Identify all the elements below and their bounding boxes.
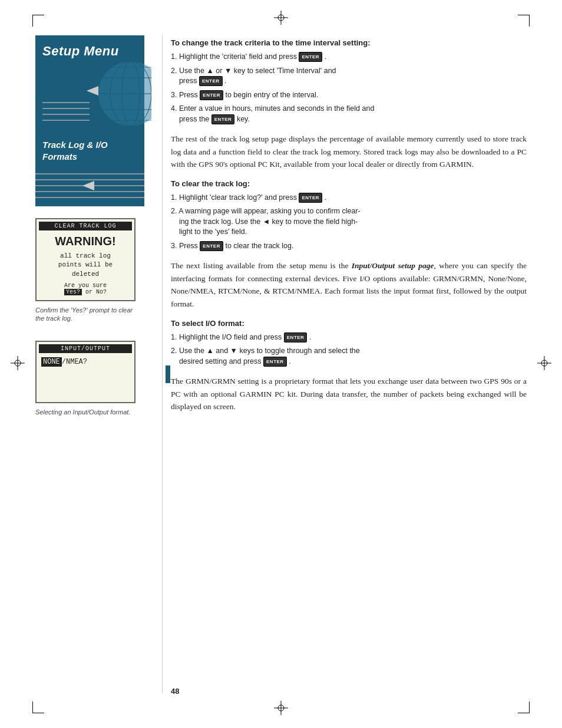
section3-steps: 1. Highlight the I/O field and press ENT… <box>171 332 527 367</box>
setup-menu-header: Setup Menu <box>35 35 144 134</box>
step1-1-suffix: . <box>325 52 326 61</box>
step1-3-suffix: to begin entry of the interval. <box>225 91 318 99</box>
step3-2: 2. Use the ▲ and ▼ keys to toggle throug… <box>171 346 527 367</box>
svg-marker-20 <box>87 86 98 95</box>
corner-mark-br <box>529 701 530 713</box>
body-text-3: The GRMN/GRMN setting is a proprietary f… <box>171 375 527 413</box>
track-log-header: Track Log & I/O Formats <box>35 134 144 167</box>
body-text-1: The rest of the track log setup page dis… <box>171 133 527 171</box>
io-caption: Selecting an Input/Output format. <box>35 408 135 416</box>
warning-screen: CLEAR TRACK LOG WARNING! all track logpo… <box>35 218 135 301</box>
step1-2-suffix: . <box>224 77 226 85</box>
section2-steps: 1. Highlight 'clear track log?' and pres… <box>171 193 527 252</box>
globe-lines-extra <box>35 167 144 206</box>
corner-mark-tl2 <box>32 15 44 15</box>
page-number: 48 <box>171 687 179 696</box>
warning-caption: Confirm the 'Yes?' prompt to clear the t… <box>35 306 135 323</box>
corner-mark-br2 <box>518 713 530 713</box>
io-setup-bold: Input/Output setup page <box>352 261 434 270</box>
crosshair-top <box>274 11 288 27</box>
step1-4-suffix: key. <box>237 115 250 123</box>
section1-steps: 1. Highlight the 'criteria' field and pr… <box>171 52 527 124</box>
crosshair-right <box>537 356 551 373</box>
no-option: No? <box>96 289 107 295</box>
enter-btn-3: ENTER <box>200 90 223 100</box>
section3-heading: To select I/O format: <box>171 319 527 328</box>
step2-2-text: 2. A warning page will appear, asking yo… <box>171 207 361 236</box>
io-screen: INPUT/OUTPUT NONE/NMEA? <box>35 341 135 403</box>
step1-2-text: 2. Use the ▲ or ▼ key to select 'Time In… <box>171 67 336 85</box>
step3-1-suffix: . <box>309 333 311 341</box>
step3-2-suffix: . <box>289 357 290 365</box>
corner-mark-bl <box>32 701 33 713</box>
io-screen-title: INPUT/OUTPUT <box>39 344 132 353</box>
sidebar-divider <box>162 35 163 693</box>
step3-1: 1. Highlight the I/O field and press ENT… <box>171 332 527 343</box>
enter-btn-8: ENTER <box>263 357 287 367</box>
corner-mark-tl <box>32 15 33 27</box>
svg-marker-30 <box>82 181 94 190</box>
screens-area: CLEAR TRACK LOG WARNING! all track logpo… <box>35 218 153 416</box>
setup-menu-title: Setup Menu <box>42 44 137 59</box>
enter-btn-6: ENTER <box>200 241 223 251</box>
io-other-option: /NMEA? <box>62 358 87 366</box>
step2-3: 3. Press ENTER to clear the track log. <box>171 241 527 252</box>
step2-2: 2. A warning page will appear, asking yo… <box>171 206 527 238</box>
step2-1: 1. Highlight 'clear track log?' and pres… <box>171 193 527 203</box>
corner-mark-tr2 <box>518 15 530 15</box>
io-selected-option: NONE <box>41 357 62 367</box>
step2-3-text: 3. Press <box>171 242 200 250</box>
enter-btn-5: ENTER <box>299 193 322 203</box>
or-text: or <box>85 289 96 295</box>
enter-btn-7: ENTER <box>284 332 308 342</box>
page: Setup Menu <box>0 0 562 728</box>
enter-btn-1: ENTER <box>299 52 322 62</box>
step1-2: 2. Use the ▲ or ▼ key to select 'Time In… <box>171 66 527 87</box>
corner-mark-bl2 <box>32 713 44 713</box>
step2-1-text: 1. Highlight 'clear track log?' and pres… <box>171 193 299 202</box>
step1-3-text: 3. Press <box>171 91 200 99</box>
step3-1-text: 1. Highlight the I/O field and press <box>171 333 284 341</box>
warning-heading: WARNING! <box>42 235 128 248</box>
crosshair-bottom <box>274 701 288 717</box>
section2-heading: To clear the track log: <box>171 179 527 188</box>
crosshair-left <box>11 356 25 373</box>
yes-option: Yes? <box>64 289 82 295</box>
step1-1-text: 1. Highlight the 'criteria' field and pr… <box>171 52 299 61</box>
corner-mark-tr <box>529 15 530 27</box>
step2-1-suffix: . <box>325 193 326 202</box>
section1-heading: To change the track criteria to the time… <box>171 38 527 47</box>
track-log-title: Track Log & I/O Formats <box>42 139 137 162</box>
warning-screen-title: CLEAR TRACK LOG <box>39 222 132 230</box>
step2-3-suffix: to clear the track log. <box>225 242 293 250</box>
body-text-2: The next listing available from the setu… <box>171 259 527 310</box>
enter-btn-2: ENTER <box>199 76 223 86</box>
step1-4: 4. Enter a value in hours, minutes and s… <box>171 104 527 124</box>
map-lines-svg <box>35 169 144 202</box>
warning-body: all track logpoints will bedeleted <box>42 252 128 279</box>
globe-decoration <box>42 61 151 126</box>
main-content: To change the track criteria to the time… <box>171 38 527 681</box>
warning-screen-content: WARNING! all track logpoints will bedele… <box>39 232 132 298</box>
warning-prompt: Are you sure Yes? or No? <box>42 282 128 295</box>
step1-1: 1. Highlight the 'criteria' field and pr… <box>171 52 527 62</box>
step1-4-text: 4. Enter a value in hours, minutes and s… <box>171 104 374 123</box>
step1-3: 3. Press ENTER to begin entry of the int… <box>171 90 527 101</box>
sidebar: Setup Menu <box>35 35 153 693</box>
sidebar-indicator <box>166 365 170 383</box>
io-screen-padding <box>39 370 132 400</box>
io-screen-content: NONE/NMEA? <box>39 353 132 370</box>
enter-btn-4: ENTER <box>211 114 235 124</box>
